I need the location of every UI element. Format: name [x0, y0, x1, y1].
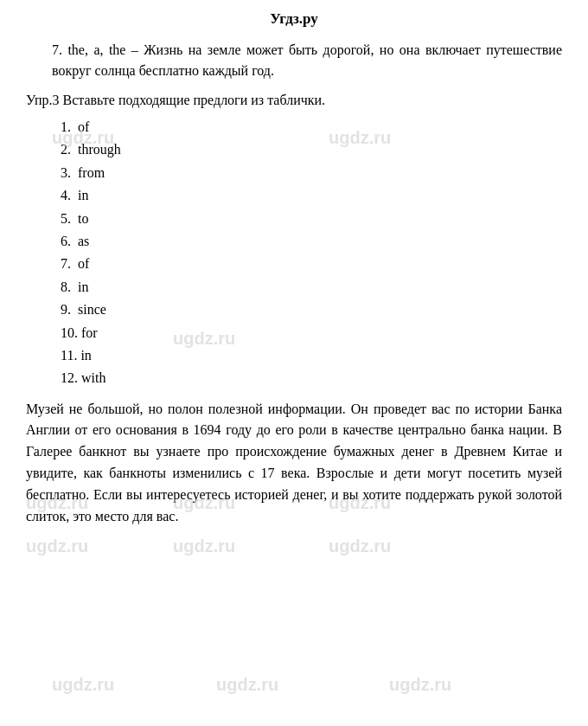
watermark-7: ugdz.ru	[26, 536, 88, 556]
list-item: 1. of	[61, 116, 562, 138]
list-item: 12. with	[61, 367, 562, 389]
watermark-10: ugdz.ru	[52, 675, 114, 695]
list-item: 5. to	[61, 208, 562, 230]
list-item: 3. from	[61, 162, 562, 184]
list-item: 10. for	[61, 322, 562, 344]
header-title: Угдз.ру	[270, 10, 318, 27]
item-7: 7. the, a, the – Жизнь на земле может бы…	[26, 40, 562, 81]
site-header: Угдз.ру	[26, 10, 562, 28]
watermark-11: ugdz.ru	[216, 675, 278, 695]
bottom-text-content: Музей не большой, но полон полезной инфо…	[26, 402, 562, 524]
page-container: ugdz.ru ugdz.ru ugdz.ru ugdz.ru ugdz.ru …	[0, 0, 588, 726]
item-7-text: the, a, the – Жизнь на земле может быть …	[52, 42, 562, 78]
watermark-9: ugdz.ru	[329, 536, 391, 556]
list-item: 7. of	[61, 253, 562, 275]
list-item: 11. in	[61, 344, 562, 367]
bottom-paragraph: Музей не большой, но полон полезной инфо…	[26, 399, 562, 528]
list-item: 4. in	[61, 184, 562, 207]
list-item: 6. as	[61, 230, 562, 253]
watermark-8: ugdz.ru	[173, 536, 235, 556]
item-7-number: 7.	[52, 42, 62, 57]
watermark-12: ugdz.ru	[389, 675, 451, 695]
list-item: 9. since	[61, 299, 562, 321]
list-item: 2. through	[61, 138, 562, 161]
exercise-label: Упр.3 Вставьте подходящие предлоги из та…	[26, 90, 562, 111]
list-item: 8. in	[61, 276, 562, 299]
prepositions-list: 1. of 2. through 3. from 4. in 5. to 6. …	[26, 116, 562, 390]
